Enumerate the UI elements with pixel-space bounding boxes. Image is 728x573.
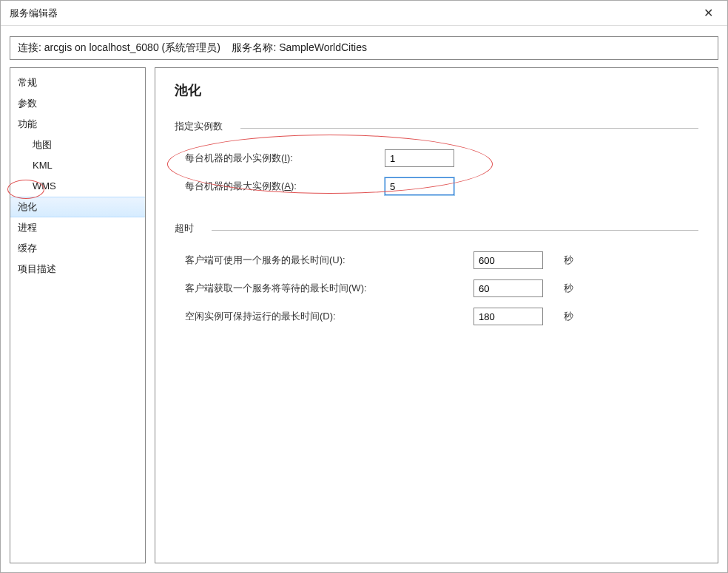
max-instances-input[interactable] — [385, 177, 454, 195]
connection-prefix: 连接: — [18, 41, 41, 53]
titlebar: 服务编辑器 ✕ — [1, 1, 727, 26]
timeout-wait-input[interactable] — [473, 279, 543, 297]
min-instances-label: 每台机器的最小实例数(I): — [185, 152, 385, 165]
sidebar-item[interactable]: 常规 — [10, 72, 145, 93]
sidebar-item[interactable]: 池化 — [10, 197, 145, 217]
timeout-idle-unit: 秒 — [564, 310, 573, 323]
service-name-value: SampleWorldCities — [279, 41, 367, 53]
sidebar: 常规参数功能地图KMLWMS池化进程缓存项目描述 — [10, 67, 146, 563]
timeout-idle-label: 空闲实例可保持运行的最长时间(D): — [185, 310, 473, 323]
sidebar-item[interactable]: 地图 — [10, 135, 145, 155]
service-name-label: 服务名称: — [232, 41, 276, 53]
timeout-usage-label: 客户端可使用一个服务的最长时间(U): — [185, 254, 473, 267]
instances-section: 指定实例数 每台机器的最小实例数(I): 每台机器的最大实例数(A): — [175, 120, 698, 195]
sidebar-item[interactable]: WMS — [10, 176, 145, 197]
connection-value: arcgis on localhost_6080 (系统管理员) — [44, 41, 220, 53]
sidebar-item[interactable]: 项目描述 — [10, 259, 145, 279]
section-rule — [212, 230, 698, 231]
section-label-instances: 指定实例数 — [175, 120, 223, 133]
window-title: 服务编辑器 — [10, 7, 58, 20]
section-label-timeout: 超时 — [175, 222, 194, 235]
timeout-idle-row: 空闲实例可保持运行的最长时间(D): 秒 — [175, 308, 698, 325]
close-icon: ✕ — [704, 6, 713, 20]
connection-bar: 连接: arcgis on localhost_6080 (系统管理员) 服务名… — [10, 36, 718, 60]
timeout-wait-row: 客户端获取一个服务将等待的最长时间(W): 秒 — [175, 279, 698, 297]
timeout-usage-row: 客户端可使用一个服务的最长时间(U): 秒 — [175, 251, 698, 269]
section-title-instances: 指定实例数 — [175, 120, 698, 133]
service-editor-window: 服务编辑器 ✕ 连接: arcgis on localhost_6080 (系统… — [0, 0, 728, 573]
timeout-wait-unit: 秒 — [564, 282, 573, 295]
timeout-usage-input[interactable] — [473, 251, 543, 269]
timeout-idle-input[interactable] — [473, 308, 543, 325]
section-rule — [240, 128, 698, 129]
min-instances-row: 每台机器的最小实例数(I): — [175, 149, 698, 167]
max-instances-row: 每台机器的最大实例数(A): — [175, 177, 698, 195]
panel-heading: 池化 — [175, 81, 698, 99]
sidebar-item[interactable]: 缓存 — [10, 238, 145, 259]
section-title-timeout: 超时 — [175, 222, 698, 235]
close-button[interactable]: ✕ — [692, 2, 724, 24]
content-panel: 池化 指定实例数 每台机器的最小实例数(I): 每台机器的最大实例数(A): — [155, 67, 718, 563]
timeout-usage-unit: 秒 — [564, 254, 573, 267]
main-area: 常规参数功能地图KMLWMS池化进程缓存项目描述 池化 指定实例数 每台机器的最… — [10, 67, 718, 563]
sidebar-item[interactable]: 功能 — [10, 114, 145, 135]
sidebar-item[interactable]: 进程 — [10, 217, 145, 238]
sidebar-item[interactable]: 参数 — [10, 93, 145, 114]
min-instances-input[interactable] — [385, 149, 454, 167]
timeout-wait-label: 客户端获取一个服务将等待的最长时间(W): — [185, 282, 473, 295]
sidebar-item[interactable]: KML — [10, 155, 145, 176]
max-instances-label: 每台机器的最大实例数(A): — [185, 180, 385, 193]
timeout-section: 超时 客户端可使用一个服务的最长时间(U): 秒 客户端获取一个服务将等待的最长… — [175, 222, 698, 325]
